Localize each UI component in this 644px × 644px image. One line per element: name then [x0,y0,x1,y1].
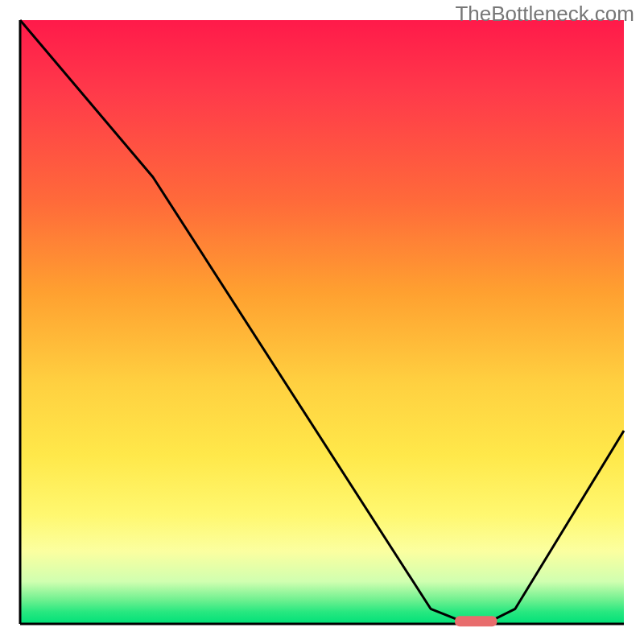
watermark: TheBottleneck.com [455,2,634,27]
chart-svg [0,0,644,644]
bottleneck-curve [20,20,624,621]
axes [20,20,624,624]
optimal-marker [455,616,497,626]
chart-container: TheBottleneck.com [0,0,644,644]
